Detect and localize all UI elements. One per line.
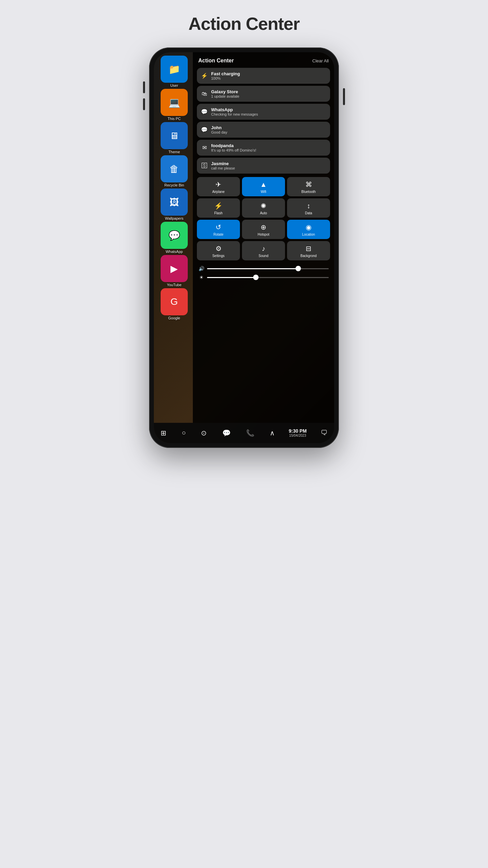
whatsapp-label: WhatsApp <box>166 250 183 254</box>
whatsapp-icon: 💬 <box>161 222 188 249</box>
sidebar-app-this-pc[interactable]: 💻 This PC <box>156 89 192 121</box>
notification-john[interactable]: 💬 John Good day <box>197 122 330 138</box>
volume-down-button <box>143 98 145 110</box>
page-title: Action Center <box>188 14 300 34</box>
qs-label-background: Backgrond <box>301 254 317 258</box>
action-center-title: Action Center <box>198 58 234 64</box>
slider-volume[interactable]: 🔊 <box>198 266 329 271</box>
sidebar-app-user[interactable]: 📁 User <box>156 56 192 87</box>
sidebar-app-theme[interactable]: 🖥 Theme <box>156 122 192 154</box>
qs-icon-settings: ⚙ <box>216 244 222 253</box>
slider-track-brightness[interactable] <box>207 277 329 278</box>
qs-icon-background: ⊟ <box>306 244 311 253</box>
this-pc-label: This PC <box>167 117 181 121</box>
sidebar-apps: 📁 User 💻 This PC 🖥 Theme 🗑 Recycle Bin 🖼… <box>154 52 195 423</box>
notif-body-john: Good day <box>211 130 326 134</box>
sidebar-app-recycle-bin[interactable]: 🗑 Recycle Bin <box>156 155 192 187</box>
sidebar-app-whatsapp[interactable]: 💬 WhatsApp <box>156 222 192 254</box>
notification-jasmine[interactable]: 🅂 Jasmine call me please <box>197 158 330 174</box>
qs-label-location: Location <box>302 233 315 236</box>
nav-date: 15/04/2023 <box>289 434 306 437</box>
qs-label-wifi: Wifi <box>261 190 266 194</box>
notification-galaxy-store[interactable]: 🛍 Galaxy Store 1 update availale <box>197 86 330 102</box>
qs-tile-auto[interactable]: ✺ Auto <box>242 198 285 218</box>
phone-outer: 📁 User 💻 This PC 🖥 Theme 🗑 Recycle Bin 🖼… <box>149 47 339 448</box>
theme-label: Theme <box>168 150 180 154</box>
nav-notifications[interactable]: 🗨 <box>319 428 329 438</box>
notif-title-whatsapp-check: WhatsApp <box>211 107 326 112</box>
qs-tile-rotate[interactable]: ↺ Rotate <box>197 220 240 239</box>
qs-label-rotate: Rotate <box>214 233 223 236</box>
qs-icon-hotspot: ⊕ <box>261 223 266 231</box>
qs-icon-data: ↕ <box>307 202 310 210</box>
notif-content-jasmine: Jasmine call me please <box>211 161 326 170</box>
user-label: User <box>170 83 178 87</box>
qs-tile-data[interactable]: ↕ Data <box>287 198 330 218</box>
qs-tile-flash[interactable]: ⚡ Flash <box>197 198 240 218</box>
notif-body-foodpanda: It's up to 49% off Domino's! <box>211 148 326 152</box>
notif-title-foodpanda: foodpanda <box>211 143 326 148</box>
recycle-bin-icon: 🗑 <box>161 155 188 182</box>
slider-fill-volume <box>207 268 298 269</box>
qs-label-flash: Flash <box>214 211 222 215</box>
quick-settings-grid: ✈ Airplane ▲ Wifi ⌘ Bluetooth ⚡ Flash ✺ … <box>197 177 330 260</box>
nav-phone[interactable]: 📞 <box>245 428 256 438</box>
clear-all-button[interactable]: Clear All <box>312 58 329 63</box>
sidebar-app-wallpapers[interactable]: 🖼 Wallpapers <box>156 189 192 220</box>
notif-body-whatsapp-check: Checking for new messages <box>211 112 326 116</box>
youtube-icon: ▶ <box>161 255 188 282</box>
notif-body-galaxy-store: 1 update availale <box>211 94 326 98</box>
nav-up[interactable]: ∧ <box>268 428 276 438</box>
slider-icon-volume: 🔊 <box>198 266 204 271</box>
qs-tile-bluetooth[interactable]: ⌘ Bluetooth <box>287 177 330 196</box>
qs-icon-sound: ♪ <box>262 245 265 253</box>
qs-tile-sound[interactable]: ♪ Sound <box>242 241 285 260</box>
notif-body-jasmine: call me please <box>211 166 326 170</box>
nav-time: 9:30 PM <box>289 428 307 434</box>
qs-label-bluetooth: Bluetooth <box>301 190 316 194</box>
wallpapers-label: Wallpapers <box>165 216 184 220</box>
notification-fast-charging[interactable]: ⚡ Fast charging 100% <box>197 68 330 84</box>
theme-icon: 🖥 <box>161 122 188 149</box>
slider-thumb-volume[interactable] <box>296 266 301 271</box>
nav-multitask[interactable]: ⊞ <box>159 428 168 438</box>
nav-home[interactable]: ○ <box>180 428 187 438</box>
qs-tile-location[interactable]: ◉ Location <box>287 220 330 239</box>
qs-icon-location: ◉ <box>306 223 311 231</box>
slider-brightness[interactable]: ☀ <box>198 275 329 280</box>
qs-tile-background[interactable]: ⊟ Backgrond <box>287 241 330 260</box>
phone-content: 📁 User 💻 This PC 🖥 Theme 🗑 Recycle Bin 🖼… <box>154 52 334 443</box>
page-wrapper: Action Center 📁 User 💻 This PC 🖥 Theme 🗑… <box>122 14 366 448</box>
nav-messages[interactable]: 💬 <box>221 428 232 438</box>
qs-tile-hotspot[interactable]: ⊕ Hotspot <box>242 220 285 239</box>
notif-icon-foodpanda: ✉ <box>201 144 208 151</box>
qs-icon-airplane: ✈ <box>216 180 221 189</box>
qs-label-data: Data <box>305 211 312 215</box>
qs-tile-airplane[interactable]: ✈ Airplane <box>197 177 240 196</box>
youtube-label: YouTube <box>167 283 181 287</box>
user-icon: 📁 <box>161 56 188 83</box>
slider-thumb-brightness[interactable] <box>253 275 259 280</box>
slider-icon-brightness: ☀ <box>198 275 204 280</box>
qs-tile-wifi[interactable]: ▲ Wifi <box>242 177 285 196</box>
sidebar-app-youtube[interactable]: ▶ YouTube <box>156 255 192 287</box>
power-button <box>343 88 345 105</box>
notification-whatsapp-check[interactable]: 💬 WhatsApp Checking for new messages <box>197 104 330 120</box>
this-pc-icon: 💻 <box>161 89 188 116</box>
qs-label-hotspot: Hotspot <box>258 233 269 236</box>
notif-icon-galaxy-store: 🛍 <box>201 91 208 97</box>
qs-label-settings: Settings <box>212 254 224 258</box>
notif-title-fast-charging: Fast charging <box>211 71 326 76</box>
sidebar-app-google[interactable]: G Google <box>156 288 192 320</box>
qs-tile-settings[interactable]: ⚙ Settings <box>197 241 240 260</box>
volume-up-button <box>143 81 145 93</box>
notification-foodpanda[interactable]: ✉ foodpanda It's up to 49% off Domino's! <box>197 140 330 156</box>
notif-title-jasmine: Jasmine <box>211 161 326 166</box>
action-panel: Action Center Clear All ⚡ Fast charging … <box>193 52 334 423</box>
nav-browser[interactable]: ⊙ <box>200 428 208 438</box>
google-icon: G <box>161 288 188 315</box>
notif-content-john: John Good day <box>211 125 326 134</box>
slider-track-volume[interactable] <box>207 268 329 269</box>
notif-icon-whatsapp-check: 💬 <box>201 108 208 115</box>
qs-icon-auto: ✺ <box>261 202 266 210</box>
